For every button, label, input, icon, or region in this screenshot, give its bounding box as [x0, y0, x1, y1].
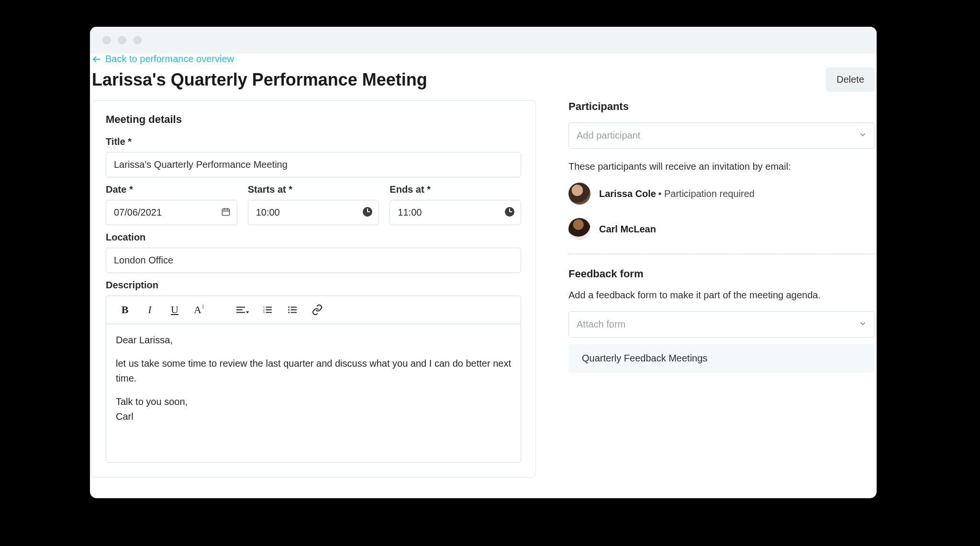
attach-form-placeholder: Attach form [577, 319, 625, 330]
align-button[interactable] [233, 300, 253, 320]
avatar [568, 218, 590, 240]
editor-line: let us take some time to review the last… [116, 356, 511, 386]
editor-line: Carl [116, 409, 511, 424]
participant-note: • Participation required [658, 188, 755, 199]
participant-name: Larissa Cole [599, 188, 656, 199]
window-control-maximize[interactable] [133, 36, 142, 44]
clock-icon[interactable] [363, 207, 372, 218]
page-title: Larissa's Quarterly Performance Meeting [92, 70, 427, 90]
delete-button[interactable]: Delete [826, 67, 875, 92]
add-participant-placeholder: Add participant [577, 130, 640, 141]
title-input[interactable] [106, 152, 521, 177]
svg-point-19 [288, 309, 290, 311]
editor-toolbar: B I U A⠇ 123 [106, 295, 521, 324]
date-label: Date * [106, 184, 237, 195]
text-style-button[interactable]: A⠇ [189, 300, 210, 320]
ends-at-input[interactable] [390, 200, 521, 225]
bullet-list-button[interactable] [282, 300, 302, 320]
ordered-list-button[interactable]: 123 [257, 300, 278, 320]
svg-rect-1 [222, 209, 229, 215]
starts-at-input[interactable] [248, 200, 379, 225]
participant-name: Carl McLean [599, 224, 656, 235]
meeting-details-heading: Meeting details [106, 113, 521, 126]
back-link[interactable]: Back to performance overview [92, 54, 234, 65]
window-control-minimize[interactable] [118, 36, 126, 44]
underline-button[interactable]: U [165, 300, 185, 320]
starts-at-label: Starts at * [248, 184, 379, 195]
location-label: Location [106, 232, 521, 243]
arrow-left-icon [92, 55, 101, 64]
svg-point-20 [288, 312, 290, 313]
attach-form-select[interactable]: Attach form [568, 311, 875, 338]
calendar-icon[interactable] [221, 207, 231, 218]
svg-text:3: 3 [263, 310, 265, 314]
svg-marker-8 [246, 311, 249, 313]
divider [568, 253, 875, 254]
svg-point-18 [288, 306, 290, 308]
app-window: Back to performance overview Larissa's Q… [90, 27, 877, 498]
participant-text: Larissa Cole • Participation required [599, 188, 755, 199]
participants-hint: These participants will receive an invit… [568, 161, 875, 172]
editor-line: Dear Larissa, [116, 333, 511, 348]
italic-button[interactable]: I [140, 300, 160, 320]
attached-form-item[interactable]: Quarterly Feedback Meetings [568, 344, 875, 372]
ends-at-label: Ends at * [390, 184, 521, 195]
chevron-down-icon [859, 130, 867, 141]
clock-icon[interactable] [505, 207, 514, 218]
participant-row: Larissa Cole • Participation required [568, 183, 875, 205]
avatar [568, 183, 590, 205]
location-input[interactable] [106, 248, 521, 273]
title-label: Title * [106, 136, 521, 147]
back-link-label: Back to performance overview [105, 54, 234, 65]
window-control-close[interactable] [102, 36, 111, 44]
date-input[interactable] [106, 200, 237, 225]
chevron-down-icon [859, 319, 867, 330]
link-button[interactable] [307, 300, 327, 320]
add-participant-select[interactable]: Add participant [568, 122, 875, 149]
participant-row: Carl McLean [568, 218, 875, 240]
bold-button[interactable]: B [115, 300, 135, 320]
participants-heading: Participants [568, 100, 875, 113]
editor-line: Talk to you soon, [116, 394, 511, 409]
description-label: Description [106, 280, 521, 291]
window-titlebar [90, 27, 877, 54]
meeting-details-card: Meeting details Title * Date * [91, 100, 536, 478]
description-editor[interactable]: Dear Larissa, let us take some time to r… [106, 324, 521, 463]
feedback-heading: Feedback form [568, 268, 875, 280]
feedback-hint: Add a feedback form to make it part of t… [568, 290, 875, 301]
